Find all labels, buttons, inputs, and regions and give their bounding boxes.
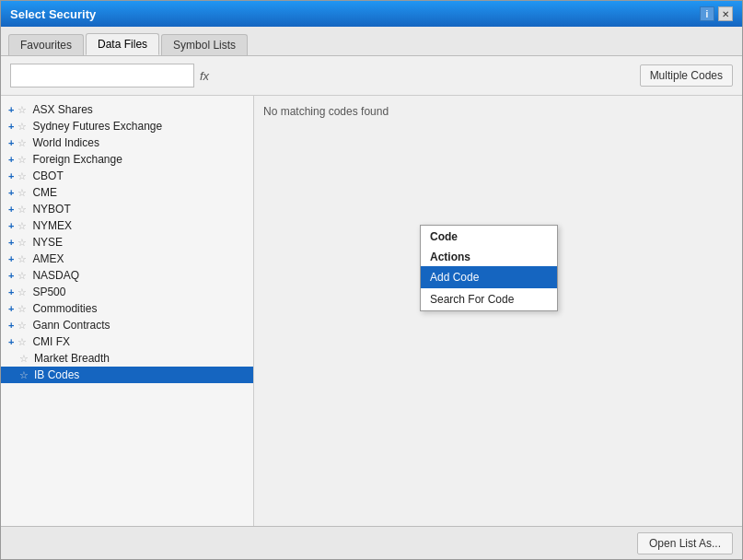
star-icon[interactable]: ☆: [17, 154, 27, 166]
expand-icon: +: [8, 336, 14, 347]
tab-data-files[interactable]: Data Files: [86, 33, 159, 55]
tree-item-world-indices[interactable]: + ☆ World Indices: [1, 134, 253, 151]
tree-item-ib-codes[interactable]: ☆ IB Codes: [1, 367, 253, 383]
info-button[interactable]: i: [700, 6, 714, 21]
expand-icon: +: [8, 170, 14, 181]
tree-item-label: NYMEX: [32, 219, 72, 232]
tree-item-label: NYSE: [32, 236, 63, 249]
tree-item-label: Foreign Exchange: [32, 153, 122, 166]
tree-item-label: World Indices: [32, 136, 99, 149]
star-icon[interactable]: ☆: [17, 137, 27, 149]
star-icon[interactable]: ☆: [17, 270, 27, 282]
context-menu-section: Actions: [421, 248, 557, 266]
window-title: Select Security: [10, 7, 96, 21]
open-list-button[interactable]: Open List As...: [637, 532, 733, 554]
star-icon[interactable]: ☆: [17, 220, 27, 232]
expand-icon: +: [8, 104, 14, 115]
tab-symbol-lists[interactable]: Symbol Lists: [161, 34, 248, 55]
fx-label: fx: [200, 69, 209, 83]
tree-item-label: ASX Shares: [32, 103, 92, 116]
toolbar: fx Multiple Codes: [1, 56, 742, 95]
tab-favourites[interactable]: Favourites: [8, 34, 84, 55]
tree-item-label: Gann Contracts: [32, 319, 110, 332]
right-panel: No matching codes found Code Actions Add…: [254, 96, 742, 526]
left-panel: + ☆ ASX Shares + ☆ Sydney Futures Exchan…: [1, 96, 254, 526]
tree-item-label: Commodities: [32, 302, 97, 315]
expand-icon: +: [8, 286, 14, 298]
tabs-bar: Favourites Data Files Symbol Lists: [1, 27, 742, 56]
tree-item-market-breadth[interactable]: ☆ Market Breadth: [1, 350, 253, 367]
tree-item-label: Market Breadth: [34, 352, 110, 365]
tree-item-cme[interactable]: + ☆ CME: [1, 184, 253, 201]
tree-item-asx-shares[interactable]: + ☆ ASX Shares: [1, 101, 253, 118]
title-bar: Select Security i ✕: [1, 1, 742, 27]
tree-item-nybot[interactable]: + ☆ NYBOT: [1, 201, 253, 217]
star-icon[interactable]: ☆: [17, 237, 27, 249]
tree-item-foreign-exchange[interactable]: + ☆ Foreign Exchange: [1, 151, 253, 168]
multiple-codes-button[interactable]: Multiple Codes: [640, 64, 733, 87]
tree-item-label: SP500: [32, 286, 65, 298]
expand-icon: +: [8, 154, 14, 165]
star-icon[interactable]: ☆: [17, 320, 27, 332]
tree-item-cmi-fx[interactable]: + ☆ CMI FX: [1, 333, 253, 350]
tree-item-label: CME: [32, 186, 57, 199]
tree-item-label: CMI FX: [32, 335, 70, 348]
no-match-text: No matching codes found: [263, 105, 733, 118]
star-icon[interactable]: ☆: [17, 187, 27, 199]
star-icon[interactable]: ☆: [17, 303, 27, 315]
tree-item-commodities[interactable]: + ☆ Commodities: [1, 300, 253, 317]
tree-item-gann-contracts[interactable]: + ☆ Gann Contracts: [1, 317, 253, 333]
expand-icon: +: [8, 187, 14, 198]
tree-item-label: IB Codes: [34, 368, 79, 381]
search-input[interactable]: [10, 64, 194, 88]
tree-item-label: CBOT: [32, 169, 63, 182]
star-icon[interactable]: ☆: [17, 253, 27, 265]
star-icon[interactable]: ☆: [19, 369, 29, 381]
tree-item-sp500[interactable]: + ☆ SP500: [1, 284, 253, 300]
tree-item-cbot[interactable]: + ☆ CBOT: [1, 168, 253, 184]
main-window: Select Security i ✕ Favourites Data File…: [0, 0, 743, 560]
star-icon[interactable]: ☆: [17, 170, 27, 182]
star-icon[interactable]: ☆: [17, 204, 27, 216]
expand-icon: +: [8, 303, 14, 314]
tree-item-nasdaq[interactable]: + ☆ NASDAQ: [1, 267, 253, 284]
star-icon[interactable]: ☆: [17, 121, 27, 133]
tree-item-label: Sydney Futures Exchange: [32, 120, 162, 133]
context-menu-item-search-code[interactable]: Search For Code: [421, 288, 557, 310]
star-icon[interactable]: ☆: [17, 104, 27, 116]
expand-icon: +: [8, 204, 14, 215]
expand-icon: +: [8, 220, 14, 231]
tree-item-label: NASDAQ: [32, 269, 79, 282]
tree-item-amex[interactable]: + ☆ AMEX: [1, 251, 253, 267]
tree-item-label: AMEX: [32, 252, 64, 265]
main-content: + ☆ ASX Shares + ☆ Sydney Futures Exchan…: [1, 95, 742, 526]
expand-icon: +: [8, 320, 14, 331]
star-icon[interactable]: ☆: [19, 353, 29, 365]
tree-item-nyse[interactable]: + ☆ NYSE: [1, 234, 253, 251]
tree-item-sydney-futures[interactable]: + ☆ Sydney Futures Exchange: [1, 118, 253, 134]
expand-icon: +: [8, 270, 14, 281]
bottom-bar: Open List As...: [1, 526, 742, 559]
star-icon[interactable]: ☆: [17, 286, 27, 298]
expand-icon: +: [8, 137, 14, 148]
expand-icon: +: [8, 253, 14, 264]
context-menu: Code Actions Add Code Search For Code: [420, 225, 558, 311]
context-menu-header: Code: [421, 226, 557, 248]
star-icon[interactable]: ☆: [17, 336, 27, 348]
context-menu-item-add-code[interactable]: Add Code: [421, 266, 557, 288]
expand-icon: +: [8, 237, 14, 248]
tree-item-label: NYBOT: [32, 203, 70, 216]
title-bar-controls: i ✕: [700, 6, 733, 21]
close-button[interactable]: ✕: [718, 6, 733, 21]
expand-icon: +: [8, 121, 14, 132]
tree-item-nymex[interactable]: + ☆ NYMEX: [1, 217, 253, 234]
